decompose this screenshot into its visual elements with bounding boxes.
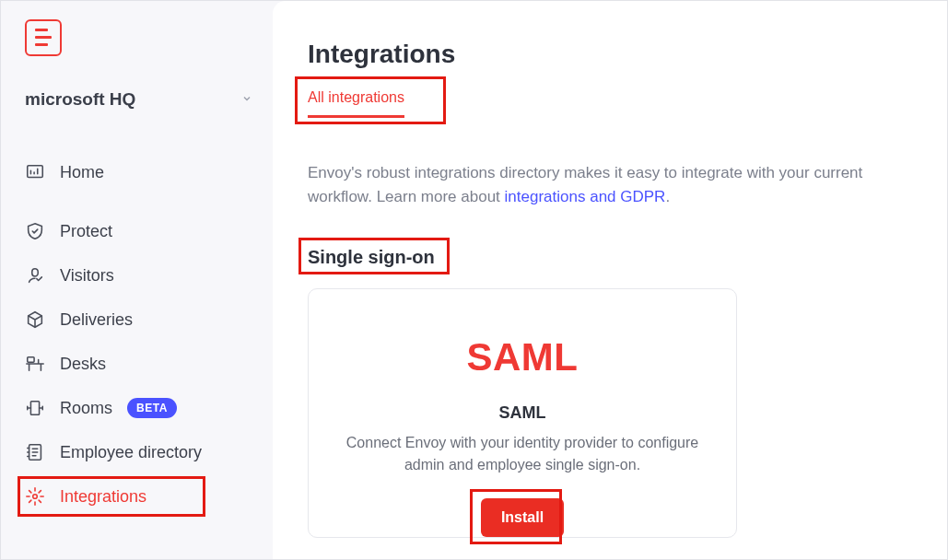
chevron-down-icon (241, 93, 252, 107)
page-description: Envoy's robust integrations directory ma… (308, 161, 919, 210)
directory-icon (25, 442, 45, 462)
main-content: Integrations All integrations Envoy's ro… (273, 1, 947, 559)
tabs: All integrations (308, 89, 919, 119)
saml-logo-text: SAML (334, 335, 710, 379)
nav-label: Employee directory (60, 443, 202, 462)
gdpr-link[interactable]: integrations and GDPR (505, 188, 666, 205)
svg-rect-2 (30, 402, 39, 415)
card-title: SAML (334, 403, 710, 423)
workspace-selector[interactable]: microsoft HQ (23, 84, 260, 115)
card-description: Connect Envoy with your identity provide… (334, 432, 710, 476)
nav-label: Protect (60, 222, 112, 241)
tab-all-integrations[interactable]: All integrations (308, 89, 404, 118)
svg-point-4 (33, 495, 38, 499)
workspace-name: microsoft HQ (25, 89, 135, 110)
logo-wrap (23, 19, 260, 56)
nav-label: Integrations (60, 487, 146, 507)
integrations-icon (25, 486, 45, 507)
sidebar-item-deliveries[interactable]: Deliveries (23, 298, 260, 342)
beta-badge: BETA (127, 398, 177, 418)
sidebar: microsoft HQ Home Protect (1, 1, 273, 559)
sidebar-item-visitors[interactable]: Visitors (23, 253, 260, 298)
app-root: microsoft HQ Home Protect (0, 0, 948, 560)
integration-card-saml: SAML SAML Connect Envoy with your identi… (308, 288, 737, 538)
install-button[interactable]: Install (481, 498, 564, 537)
nav-label: Desks (60, 355, 106, 374)
nav-label: Visitors (60, 266, 114, 286)
sidebar-item-employee-directory[interactable]: Employee directory (23, 430, 260, 474)
sidebar-item-home[interactable]: Home (23, 150, 260, 194)
nav-label: Deliveries (60, 310, 133, 330)
visitors-icon (25, 265, 45, 286)
svg-rect-0 (28, 166, 43, 178)
sidebar-item-rooms[interactable]: Rooms BETA (23, 386, 260, 430)
sidebar-item-integrations[interactable]: Integrations (23, 474, 260, 519)
nav: Home Protect Visitors Deliveries (23, 150, 260, 519)
desc-suffix: . (665, 188, 670, 205)
section-title: Single sign-on (308, 247, 435, 268)
nav-label: Home (60, 163, 104, 182)
envoy-logo-icon[interactable] (25, 19, 62, 56)
svg-rect-1 (28, 357, 34, 363)
sidebar-item-protect[interactable]: Protect (23, 209, 260, 253)
shield-icon (25, 221, 45, 241)
home-icon (25, 162, 45, 182)
package-icon (25, 309, 45, 330)
nav-label: Rooms (60, 399, 112, 418)
rooms-icon (25, 398, 45, 418)
desk-icon (25, 354, 45, 374)
page-title: Integrations (308, 40, 919, 69)
sidebar-item-desks[interactable]: Desks (23, 342, 260, 386)
